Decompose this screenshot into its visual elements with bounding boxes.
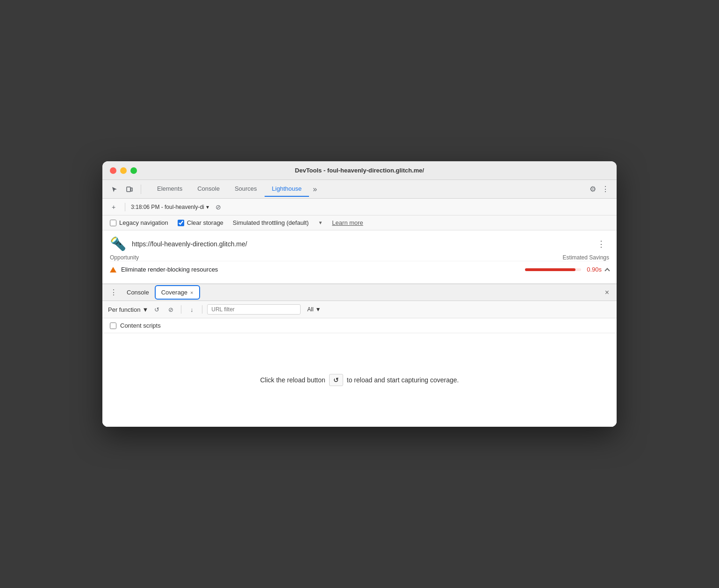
tab-bar-icons: [108, 183, 144, 196]
cursor-icon[interactable]: [108, 183, 121, 196]
reload-inline-icon: ↺: [333, 376, 339, 384]
minimize-button[interactable]: [120, 167, 127, 174]
legacy-navigation-input[interactable]: [110, 220, 116, 226]
content-scripts-checkbox[interactable]: [110, 323, 116, 329]
coverage-block-button[interactable]: ⊘: [165, 304, 176, 315]
coverage-tab-close-button[interactable]: ×: [190, 290, 193, 295]
lighthouse-url: https://foul-heavenly-direction.glitch.m…: [132, 240, 588, 248]
bottom-tab-coverage[interactable]: Coverage ×: [155, 285, 200, 300]
audit-item-title: Eliminate render-blocking resources: [121, 266, 525, 273]
learn-more-link[interactable]: Learn more: [332, 219, 363, 226]
devtools-window: DevTools - foul-heavenly-direction.glitc…: [102, 161, 617, 427]
all-dropdown-arrow: ▼: [316, 306, 321, 313]
clear-storage-checkbox[interactable]: Clear storage: [178, 219, 223, 226]
warning-icon: [110, 267, 116, 272]
estimated-savings-label: Estimated Savings: [563, 254, 609, 261]
device-icon[interactable]: [123, 183, 136, 196]
lighthouse-url-section: 🔦 https://foul-heavenly-direction.glitch…: [102, 230, 617, 284]
lighthouse-flame-icon: 🔦: [110, 236, 126, 251]
settings-gear-icon[interactable]: ⚙: [588, 183, 598, 195]
svg-rect-0: [127, 187, 130, 192]
reload-message-prefix: Click the reload button: [260, 376, 325, 384]
legacy-navigation-label: Legacy navigation: [119, 219, 168, 226]
audit-savings-value: 0.90s: [587, 266, 602, 273]
content-scripts-label: Content scripts: [120, 322, 161, 329]
content-scripts-row: Content scripts: [102, 318, 617, 333]
opportunity-header-row: Opportunity Estimated Savings: [110, 251, 609, 261]
legacy-navigation-checkbox[interactable]: Legacy navigation: [110, 219, 168, 226]
traffic-lights: [110, 167, 137, 174]
time-display: 3:18:06 PM - foul-heavenly-di: [131, 204, 204, 210]
add-button[interactable]: +: [108, 201, 119, 213]
tab-console[interactable]: Console: [190, 181, 227, 197]
secondary-toolbar: + 3:18:06 PM - foul-heavenly-di ▾ ⊘: [102, 199, 617, 215]
clear-storage-input[interactable]: [178, 220, 184, 226]
throttling-dropdown-arrow[interactable]: ▼: [318, 220, 323, 225]
coverage-main-area: Click the reload button ↺ to reload and …: [102, 333, 617, 427]
opportunity-label: Opportunity: [110, 254, 139, 261]
url-dropdown[interactable]: 3:18:06 PM - foul-heavenly-di ▾: [131, 204, 209, 210]
all-label: All: [307, 306, 313, 313]
block-icon: ⊘: [168, 306, 173, 313]
tabs-container: Elements Console Sources Lighthouse »: [150, 181, 588, 197]
tab-bar-divider: [141, 185, 141, 194]
bottom-tab-console[interactable]: Console: [121, 286, 155, 299]
close-button[interactable]: [110, 167, 116, 174]
bottom-tab-bar: ⋮ Console Coverage × ×: [102, 284, 617, 301]
block-icon-btn[interactable]: ⊘: [213, 201, 224, 213]
lighthouse-settings-bar: Legacy navigation Clear storage Simulate…: [102, 215, 617, 230]
per-function-dropdown[interactable]: Per function ▼: [108, 306, 148, 313]
title-bar: DevTools - foul-heavenly-direction.glitc…: [102, 161, 617, 180]
tab-lighthouse[interactable]: Lighthouse: [265, 181, 309, 197]
all-dropdown[interactable]: All ▼: [303, 305, 324, 314]
per-function-dropdown-arrow: ▼: [142, 306, 148, 313]
more-menu-icon[interactable]: ⋮: [600, 183, 611, 195]
tab-elements[interactable]: Elements: [150, 181, 190, 197]
coverage-toolbar: Per function ▼ ↺ ⊘ ↓ All ▼: [102, 301, 617, 318]
coverage-reload-button[interactable]: ↺: [151, 304, 162, 315]
tab-bar-right: ⚙ ⋮: [588, 183, 611, 195]
tabs-more-button[interactable]: »: [309, 185, 321, 194]
throttling-label: Simulated throttling (default): [233, 219, 309, 226]
devtools-content: Elements Console Sources Lighthouse » ⚙ …: [102, 180, 617, 427]
per-function-label: Per function: [108, 306, 140, 313]
lighthouse-more-options-button[interactable]: ⋮: [593, 237, 609, 251]
reload-icon: ↺: [154, 306, 159, 313]
coverage-toolbar-divider: [181, 305, 181, 314]
download-icon: ↓: [190, 306, 194, 313]
url-filter-input[interactable]: [207, 304, 301, 315]
toolbar-divider: [125, 203, 125, 211]
audit-bar-fill: [525, 268, 575, 271]
audit-chevron-icon[interactable]: [605, 266, 609, 273]
bottom-tab-more-icon[interactable]: ⋮: [106, 288, 121, 297]
reload-message-suffix: to reload and start capturing coverage.: [347, 376, 459, 384]
coverage-toolbar-divider-2: [202, 305, 202, 314]
reload-inline-button[interactable]: ↺: [329, 374, 343, 386]
main-tab-bar: Elements Console Sources Lighthouse » ⚙ …: [102, 180, 617, 199]
window-title: DevTools - foul-heavenly-direction.glitc…: [295, 167, 424, 174]
maximize-button[interactable]: [130, 167, 137, 174]
tab-sources[interactable]: Sources: [227, 181, 265, 197]
svg-rect-1: [131, 188, 132, 191]
bottom-panel: ⋮ Console Coverage × × Per function ▼ ↺: [102, 284, 617, 427]
dropdown-arrow-icon: ▾: [206, 204, 209, 210]
bottom-panel-close-button[interactable]: ×: [601, 287, 613, 299]
coverage-download-button[interactable]: ↓: [186, 304, 197, 315]
audit-item: Eliminate render-blocking resources 0.90…: [110, 261, 609, 278]
audit-savings-bar: [525, 268, 581, 271]
lighthouse-url-row: 🔦 https://foul-heavenly-direction.glitch…: [110, 236, 609, 251]
reload-message: Click the reload button ↺ to reload and …: [260, 374, 459, 386]
clear-storage-label: Clear storage: [187, 219, 223, 226]
